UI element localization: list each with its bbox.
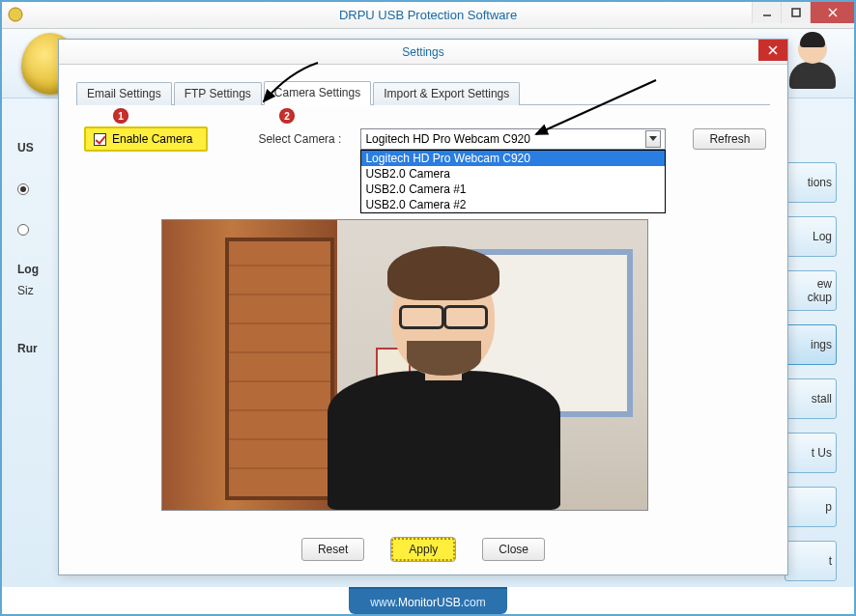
- bg-btn-settings[interactable]: ings: [785, 324, 837, 365]
- window-controls: [752, 2, 854, 23]
- dialog-footer: Reset Apply Close: [59, 538, 787, 561]
- chevron-down-icon[interactable]: [645, 130, 661, 148]
- reset-button[interactable]: Reset: [301, 538, 364, 561]
- bg-btn-backup[interactable]: ew ckup: [785, 270, 837, 311]
- bg-btn-tions[interactable]: tions: [785, 162, 837, 203]
- bg-btn-log[interactable]: Log: [785, 216, 837, 257]
- site-banner: www.MonitorUSB.com: [2, 587, 854, 614]
- bg-btn-about[interactable]: t Us: [785, 433, 837, 473]
- refresh-button[interactable]: Refresh: [693, 128, 766, 150]
- tab-camera-settings[interactable]: Camera Settings: [264, 81, 371, 105]
- dialog-title: Settings: [402, 45, 443, 59]
- checkbox-icon: [94, 133, 106, 146]
- main-window-titlebar: DRPU USB Protection Software: [2, 2, 854, 29]
- close-button[interactable]: Close: [482, 538, 545, 561]
- dialog-close-button[interactable]: [758, 40, 787, 61]
- camera-option-0[interactable]: Logitech HD Pro Webcam C920: [361, 151, 665, 166]
- tab-import-export-settings[interactable]: Import & Export Settings: [373, 82, 520, 105]
- main-window-title: DRPU USB Protection Software: [339, 8, 517, 22]
- tab-ftp-settings[interactable]: FTP Settings: [174, 82, 262, 105]
- avatar-icon: [786, 35, 839, 93]
- camera-option-2[interactable]: USB2.0 Camera #1: [361, 182, 665, 197]
- camera-combobox-wrap: Logitech HD Pro Webcam C920 Logitech HD …: [360, 128, 666, 150]
- enable-camera-checkbox[interactable]: Enable Camera: [84, 126, 208, 152]
- close-window-button[interactable]: [810, 2, 854, 23]
- camera-option-1[interactable]: USB2.0 Camera: [361, 166, 665, 182]
- camera-combobox-value: Logitech HD Pro Webcam C920: [365, 132, 530, 146]
- camera-combobox[interactable]: Logitech HD Pro Webcam C920: [360, 128, 666, 150]
- enable-camera-label: Enable Camera: [112, 132, 192, 146]
- camera-preview: [161, 219, 648, 511]
- select-camera-label: Select Camera :: [258, 132, 341, 146]
- app-icon: [8, 7, 23, 22]
- dialog-titlebar: Settings: [59, 40, 787, 65]
- minimize-button[interactable]: [752, 2, 781, 23]
- camera-dropdown-list: Logitech HD Pro Webcam C920 USB2.0 Camer…: [360, 150, 666, 213]
- dialog-body: Email Settings FTP Settings Camera Setti…: [59, 65, 787, 574]
- tabs: Email Settings FTP Settings Camera Setti…: [76, 80, 770, 105]
- bg-right-buttons: tions Log ew ckup ings stall t Us p t: [785, 162, 837, 595]
- camera-option-3[interactable]: USB2.0 Camera #2: [361, 197, 665, 212]
- maximize-button[interactable]: [781, 2, 810, 23]
- annotation-badge-2: 2: [279, 108, 295, 124]
- site-url: www.MonitorUSB.com: [349, 587, 506, 614]
- svg-marker-7: [649, 136, 657, 141]
- bg-btn-help[interactable]: p: [785, 487, 837, 527]
- settings-dialog: Settings Email Settings FTP Settings Cam…: [58, 39, 788, 575]
- bg-btn-install[interactable]: stall: [785, 378, 837, 419]
- camera-settings-panel: 1 2 Enable Camera Select Camera : Logite…: [76, 105, 770, 152]
- apply-button[interactable]: Apply: [391, 538, 455, 561]
- camera-controls-row: Enable Camera Select Camera : Logitech H…: [76, 126, 770, 152]
- svg-rect-2: [792, 9, 800, 16]
- annotation-badge-1: 1: [113, 108, 128, 124]
- tab-email-settings[interactable]: Email Settings: [76, 82, 172, 105]
- svg-point-0: [9, 8, 22, 21]
